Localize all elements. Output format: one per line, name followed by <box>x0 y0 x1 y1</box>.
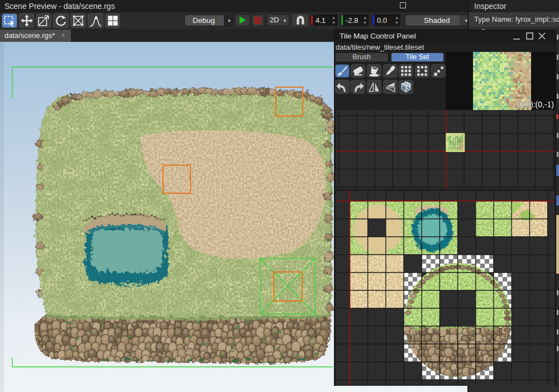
svg-text:(0,0):(0,-1): (0,0):(0,-1) <box>517 100 554 109</box>
